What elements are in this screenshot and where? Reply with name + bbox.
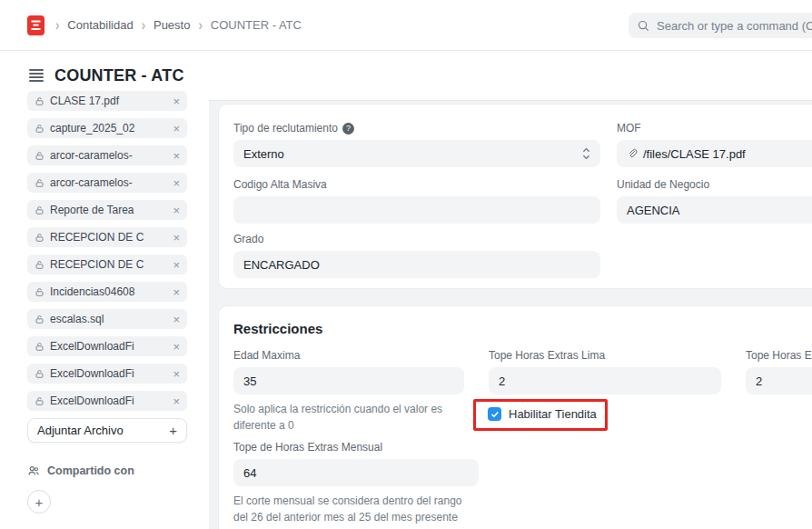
- mof-attachment-field[interactable]: /files/CLASE 17.pdf: [617, 140, 812, 167]
- attached-file-chip[interactable]: RECEPCION DE C ×: [27, 255, 187, 274]
- tope-horas-lima-input[interactable]: 2: [489, 367, 721, 394]
- attached-file-chip[interactable]: arcor-caramelos- ×: [27, 173, 187, 193]
- attached-file-chip[interactable]: Incidencias04608 ×: [27, 282, 187, 302]
- edad-maxima-input[interactable]: 35: [233, 367, 464, 394]
- form-section-card: Tipo de reclutamiento ? Externo MOF /fil…: [218, 104, 812, 289]
- top-navbar: › Contabilidad › Puesto › COUNTER - ATC …: [0, 0, 812, 51]
- global-search-input[interactable]: Search or type a command (Ctrl: [629, 13, 812, 38]
- breadcrumb-current[interactable]: COUNTER - ATC: [211, 18, 302, 32]
- remove-file-icon[interactable]: ×: [173, 205, 180, 216]
- input-value: 2: [499, 374, 505, 388]
- file-name[interactable]: ExcelDownloadFi: [50, 340, 167, 353]
- search-icon: [638, 20, 649, 32]
- tipo-reclutamiento-select[interactable]: Externo: [233, 140, 600, 167]
- file-name[interactable]: ExcelDownloadFi: [50, 394, 167, 407]
- chevron-right-icon: ›: [142, 16, 145, 35]
- remove-file-icon[interactable]: ×: [173, 259, 180, 271]
- file-name[interactable]: RECEPCION DE C: [50, 258, 167, 271]
- help-icon[interactable]: ?: [342, 123, 354, 135]
- field-edad-maxima: Edad Maxima 35 Solo aplica la restricció…: [233, 349, 464, 434]
- users-icon: [27, 464, 40, 477]
- breadcrumb-puesto[interactable]: Puesto: [153, 18, 190, 32]
- field-unidad-negocio: Unidad de Negocio AGENCIA: [617, 178, 812, 224]
- remove-file-icon[interactable]: ×: [173, 150, 180, 162]
- app-logo-icon[interactable]: [27, 15, 45, 35]
- attached-file-chip[interactable]: RECEPCION DE C ×: [27, 227, 187, 247]
- logo-glyph-icon: [31, 20, 41, 31]
- file-name[interactable]: Reporte de Tarea: [50, 204, 167, 216]
- remove-file-icon[interactable]: ×: [173, 95, 180, 107]
- file-name[interactable]: capture_2025_02: [50, 122, 167, 135]
- attached-file-chip[interactable]: Reporte de Tarea ×: [27, 200, 187, 220]
- field-label: Edad Maxima: [233, 349, 300, 362]
- lock-icon: [35, 151, 45, 161]
- mof-file-link[interactable]: /files/CLASE 17.pdf: [643, 147, 746, 161]
- attached-file-chip[interactable]: capture_2025_02 ×: [27, 118, 187, 138]
- lock-icon: [35, 96, 45, 106]
- tope-mensual-input[interactable]: 64: [233, 459, 479, 486]
- search-placeholder: Search or type a command (Ctrl: [657, 19, 812, 33]
- lock-icon: [35, 396, 45, 406]
- remove-file-icon[interactable]: ×: [173, 123, 180, 135]
- attached-file-chip[interactable]: CLASE 17.pdf ×: [27, 91, 187, 111]
- field-label: Tope Horas Extr: [746, 349, 812, 362]
- file-name[interactable]: Incidencias04608: [50, 285, 167, 298]
- remove-file-icon[interactable]: ×: [173, 368, 180, 380]
- file-name[interactable]: arcor-caramelos-: [50, 176, 167, 189]
- lock-icon: [35, 260, 45, 270]
- lock-icon: [35, 342, 45, 352]
- lock-icon: [35, 287, 45, 297]
- unidad-negocio-input[interactable]: AGENCIA: [617, 196, 812, 224]
- file-name[interactable]: ExcelDownloadFi: [50, 367, 167, 380]
- field-label: Tope Horas Extras Lima: [489, 349, 605, 362]
- sidebar-toggle-icon[interactable]: [29, 69, 44, 82]
- remove-file-icon[interactable]: ×: [173, 314, 180, 325]
- file-name[interactable]: CLASE 17.pdf: [50, 95, 167, 107]
- select-chevrons-icon: [582, 146, 590, 161]
- field-label: MOF: [617, 122, 641, 135]
- habilitar-tiendita-label[interactable]: Habilitar Tiendita: [509, 407, 597, 421]
- field-help-text: Solo aplica la restricción cuando el val…: [233, 401, 464, 434]
- field-label: Tope de Horas Extras Mensual: [233, 441, 382, 454]
- habilitar-tiendita-field: Habilitar Tiendita: [488, 407, 597, 421]
- plus-icon: +: [169, 423, 177, 438]
- input-value: 64: [243, 466, 256, 480]
- tope-horas-tercera-input[interactable]: 2: [746, 367, 812, 394]
- chevron-right-icon: ›: [198, 16, 202, 35]
- attached-file-chip[interactable]: ExcelDownloadFi ×: [27, 336, 187, 356]
- field-mof: MOF /files/CLASE 17.pdf: [617, 122, 812, 167]
- attach-file-button[interactable]: Adjuntar Archivo +: [27, 418, 187, 443]
- breadcrumb: › Contabilidad › Puesto › COUNTER - ATC: [55, 18, 302, 32]
- lock-icon: [35, 124, 45, 134]
- attached-file-chip[interactable]: arcor-caramelos- ×: [27, 145, 187, 165]
- section-title: Restricciones: [233, 321, 322, 336]
- attached-file-chip[interactable]: escalas.sql ×: [27, 309, 187, 329]
- attached-file-chip[interactable]: ExcelDownloadFi ×: [27, 364, 187, 384]
- shared-with-label: Compartido con: [47, 464, 134, 477]
- codigo-alta-masiva-input[interactable]: [233, 196, 600, 224]
- grado-input[interactable]: ENCARGADO: [233, 251, 600, 278]
- field-tope-mensual: Tope de Horas Extras Mensual 64 El corte…: [233, 441, 479, 525]
- input-value: 35: [243, 374, 256, 388]
- add-share-button[interactable]: +: [27, 490, 51, 514]
- field-label: Codigo Alta Masiva: [233, 178, 327, 191]
- remove-file-icon[interactable]: ×: [173, 286, 180, 298]
- field-codigo-alta-masiva: Codigo Alta Masiva: [233, 178, 600, 224]
- remove-file-icon[interactable]: ×: [173, 177, 180, 189]
- field-grado: Grado ENCARGADO: [233, 233, 600, 278]
- lock-icon: [35, 369, 45, 379]
- file-name[interactable]: RECEPCION DE C: [50, 231, 167, 244]
- remove-file-icon[interactable]: ×: [173, 395, 180, 407]
- attached-file-chip[interactable]: ExcelDownloadFi ×: [27, 391, 187, 411]
- breadcrumb-contabilidad[interactable]: Contabilidad: [67, 18, 133, 32]
- habilitar-tiendita-checkbox[interactable]: [488, 407, 501, 421]
- form-sidebar: CLASE 17.pdf × capture_2025_02 × arcor-c…: [0, 91, 209, 529]
- file-name[interactable]: arcor-caramelos-: [50, 149, 167, 162]
- field-label: Tipo de reclutamiento: [233, 122, 338, 135]
- remove-file-icon[interactable]: ×: [173, 341, 180, 353]
- lock-icon: [35, 233, 45, 243]
- remove-file-icon[interactable]: ×: [173, 232, 180, 244]
- lock-icon: [35, 314, 45, 324]
- file-name[interactable]: escalas.sql: [50, 313, 167, 325]
- field-label: Unidad de Negocio: [617, 178, 709, 191]
